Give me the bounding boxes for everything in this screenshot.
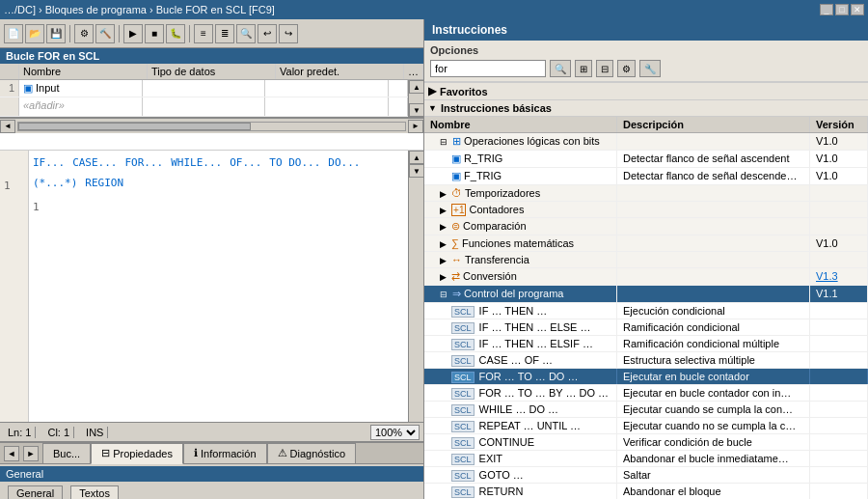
tree-parent-comp[interactable]: ▶ ⊜ Comparación	[424, 218, 868, 236]
filter-button-1[interactable]: ⊞	[575, 60, 592, 77]
subtab-general[interactable]: General	[8, 485, 63, 499]
save-button[interactable]: 💾	[46, 24, 66, 43]
row-name-2: «añadir»	[19, 97, 143, 116]
scroll-left[interactable]: ◄	[0, 120, 15, 133]
item-version-ftrig: V1.0	[810, 168, 868, 184]
settings-button[interactable]: ⚙	[617, 60, 636, 77]
code-scroll-up[interactable]: ▲	[409, 151, 423, 164]
tab-diagnostico[interactable]: ⚠ Diagnóstico	[267, 443, 357, 464]
options-button[interactable]: 🔧	[639, 60, 661, 77]
stop-button[interactable]: ■	[145, 24, 164, 43]
open-button[interactable]: 📂	[25, 24, 44, 43]
tree-item-continue[interactable]: SCL CONTINUE Verificar condición de bucl…	[424, 434, 868, 451]
table-header: Nombre Tipo de datos Valor predet. …	[0, 64, 423, 80]
tool-btn-2[interactable]: ≣	[215, 24, 234, 43]
row-type-2	[143, 97, 266, 116]
compile-button[interactable]: ⚙	[74, 24, 94, 43]
tree-parent-transfer[interactable]: ▶ ↔ Transferencia	[424, 252, 868, 268]
item-name-if-then-elsif: SCL IF … THEN … ELSIF …	[424, 336, 617, 351]
breadcrumb: …/DC] › Bloques de programa › Bucle FOR …	[4, 4, 275, 15]
toolbar: 📄 📂 💾 ⚙ 🔨 ▶ ■ 🐛 ≡ ≣ 🔍 ↩ ↪	[0, 19, 423, 48]
code-content[interactable]: IF... CASE... FOR... WHILE... OF... TO D…	[29, 151, 408, 422]
tool-btn-4[interactable]: ↩	[258, 24, 277, 43]
col-num	[0, 64, 19, 79]
run-button[interactable]: ▶	[123, 24, 143, 43]
tree-item-for-to-by-do[interactable]: SCL FOR … TO … BY … DO … Ejecutar en buc…	[424, 385, 868, 402]
title-bar-buttons[interactable]: _ □ ✕	[820, 4, 864, 15]
hint-todo: TO DO...	[269, 156, 320, 169]
hint-for: FOR...	[124, 156, 163, 169]
tab-propiedades[interactable]: ⊟ Propiedades	[91, 443, 183, 464]
tree-item-if-then-elsif[interactable]: SCL IF … THEN … ELSIF … Ramificación con…	[424, 336, 868, 352]
transfer-icon: ↔	[451, 254, 462, 265]
bottom-icon-1[interactable]: ◄	[4, 446, 19, 461]
title-bar-left: …/DC] › Bloques de programa › Bucle FOR …	[4, 4, 275, 15]
row-extra	[389, 80, 408, 97]
debug-button[interactable]: 🐛	[166, 24, 185, 43]
build-button[interactable]: 🔨	[95, 24, 115, 43]
tree-item-if-then-else[interactable]: SCL IF … THEN … ELSE … Ramificación cond…	[424, 319, 868, 336]
tree-item-for-to-do[interactable]: SCL FOR … TO … DO … Ejecutar en bucle co…	[424, 369, 868, 385]
row-value-2	[265, 97, 389, 116]
tree-item-while-do[interactable]: SCL WHILE … DO … Ejecutar cuando se cump…	[424, 402, 868, 418]
item-desc-while-do: Ejecutar cuando se cumpla la con…	[617, 402, 810, 417]
separator-3	[189, 25, 190, 42]
tree-item-case-of[interactable]: SCL CASE … OF … Estructura selectiva múl…	[424, 352, 868, 369]
close-button[interactable]: ✕	[851, 4, 864, 15]
filter-button-2[interactable]: ⊟	[596, 60, 613, 77]
tree-item-return[interactable]: SCL RETURN Abandonar el bloque	[424, 484, 868, 499]
tree-item-if-then[interactable]: SCL IF … THEN … Ejecución condicional	[424, 303, 868, 319]
new-button[interactable]: 📄	[4, 24, 23, 43]
code-scroll-down[interactable]: ▼	[409, 164, 423, 178]
search-button[interactable]: 🔍	[550, 60, 571, 77]
h-scroll-track	[17, 122, 406, 131]
h-scroll[interactable]: ◄ ►	[0, 118, 423, 133]
scroll-down[interactable]: ▼	[409, 103, 424, 117]
tree-item-goto[interactable]: SCL GOTO … Saltar	[424, 467, 868, 484]
favoritos-section[interactable]: ▶ Favoritos	[424, 82, 868, 100]
tree-parent-ctrl[interactable]: ⊟ ⇒ Control del programa V1.1	[424, 286, 868, 303]
tree-parent-math[interactable]: ▶ ∑ Funciones matemáticas V1.0	[424, 236, 868, 252]
parent-version-comp	[810, 218, 868, 235]
tree-item-repeat[interactable]: SCL REPEAT … UNTIL … Ejecutar cuando no …	[424, 418, 868, 434]
sub-tab-bar: General Textos	[0, 482, 423, 499]
hint-do: DO...	[328, 156, 360, 169]
scl-tag-8: SCL	[451, 421, 475, 432]
tree-item-ftrig[interactable]: ▣ F_TRIG Detectar flanco de señal descen…	[424, 168, 868, 185]
tree-parent-cont[interactable]: ▶ +1 Contadores	[424, 202, 868, 218]
bottom-icon-2[interactable]: ►	[23, 446, 39, 461]
tree-parent-conv[interactable]: ▶ ⇄ Conversión V1.3	[424, 268, 868, 286]
item-name-continue: SCL CONTINUE	[424, 434, 617, 450]
item-desc-goto: Saltar	[617, 467, 810, 483]
search-input[interactable]	[430, 60, 546, 77]
code-editor[interactable]: 1 IF... CASE... FOR... WHILE... OF... TO…	[0, 151, 423, 422]
item-name-ftrig: ▣ F_TRIG	[424, 168, 617, 184]
table-row[interactable]: 1 ▣ Input	[0, 80, 408, 97]
line-num-3: 1	[4, 180, 24, 192]
tool-btn-1[interactable]: ≡	[194, 24, 213, 43]
tool-btn-5[interactable]: ↪	[279, 24, 298, 43]
instrucciones-header[interactable]: ▼ Instrucciones básicas	[424, 100, 868, 117]
tool-btn-3[interactable]: 🔍	[236, 24, 256, 43]
right-scrollbar[interactable]: ▲ ▼	[408, 151, 423, 422]
tree-parent-temp[interactable]: ▶ ⏱ Temporizadores	[424, 185, 868, 202]
expand-conv: ▶	[440, 272, 447, 282]
parent-desc-comp	[617, 218, 810, 235]
maximize-button[interactable]: □	[835, 4, 849, 15]
tab-buc[interactable]: Buc...	[42, 443, 91, 464]
tree-item-rtrig[interactable]: ▣ R_TRIG Detectar flanco de señal ascend…	[424, 151, 868, 168]
tree-parent-operaciones[interactable]: ⊟ ⊞ Operaciones lógicas con bits V1.0	[424, 133, 868, 151]
th-nombre: Nombre	[424, 117, 617, 132]
zoom-select[interactable]: 100% 75% 150%	[370, 425, 420, 440]
tab-informacion[interactable]: ℹ Información	[183, 443, 267, 464]
scroll-right[interactable]: ►	[408, 120, 423, 133]
var-scrollbar[interactable]: ▲ ▼	[408, 80, 423, 117]
subtab-textos[interactable]: Textos	[70, 485, 119, 499]
minimize-button[interactable]: _	[820, 4, 833, 15]
comp-icon: ⊜	[451, 220, 460, 232]
instrucciones-label: Instrucciones básicas	[441, 102, 552, 114]
expand-math: ▶	[440, 239, 447, 249]
row-num-2	[0, 97, 19, 116]
tree-item-exit[interactable]: SCL EXIT Abandonar el bucle inmediatame…	[424, 451, 868, 467]
scroll-up[interactable]: ▲	[409, 80, 424, 94]
